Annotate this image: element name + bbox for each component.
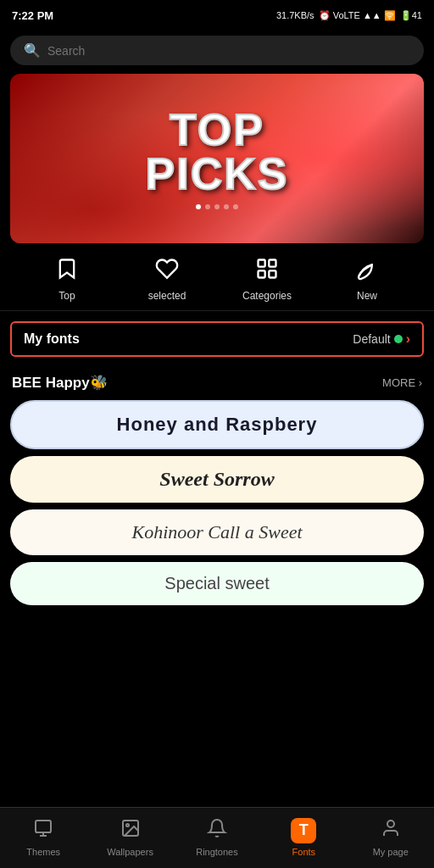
nav-item-top[interactable]: Top (37, 257, 97, 302)
font-card-4-text: Special sweet (164, 574, 269, 593)
banner-dots (196, 204, 238, 209)
banner-title: TOP PICKS (146, 108, 289, 196)
ringtones-icon (207, 818, 227, 843)
font-card-3-text: Kohinoor Call a Sweet (131, 521, 302, 543)
font-card-1[interactable]: Honey and Raspbery (10, 400, 424, 449)
bee-happy-more[interactable]: MORE › (382, 376, 422, 389)
my-fonts-default: Default (353, 332, 390, 346)
bookmark-icon (55, 257, 79, 287)
nav-icons: Top selected Categories (0, 243, 434, 311)
status-time: 7:22 PM (12, 9, 53, 22)
svg-rect-1 (269, 260, 275, 267)
tab-wallpapers-label: Wallpapers (107, 847, 153, 857)
default-status-dot (394, 335, 403, 343)
nav-label-new: New (357, 290, 377, 302)
grid-icon (255, 257, 279, 287)
tab-fonts[interactable]: T Fonts (270, 818, 337, 857)
font-card-2[interactable]: Sweet Sorrow (10, 456, 424, 503)
tab-themes-label: Themes (26, 847, 60, 857)
bottom-tab-bar: Themes Wallpapers Ringtones T Fonts (0, 807, 434, 868)
search-input[interactable] (47, 44, 410, 58)
bee-happy-section-header: BEE Happy🐝 MORE › (0, 367, 434, 400)
leaf-icon (355, 257, 379, 287)
tab-fonts-label: Fonts (292, 847, 316, 857)
tab-mypage-label: My page (373, 847, 409, 857)
themes-icon (33, 818, 53, 843)
font-card-3[interactable]: Kohinoor Call a Sweet (10, 509, 424, 555)
svg-rect-3 (269, 270, 275, 277)
network-speed: 31.7KB/s (276, 10, 314, 20)
nav-label-selected: selected (148, 290, 186, 302)
tab-ringtones[interactable]: Ringtones (183, 818, 251, 857)
tab-mypage[interactable]: My page (357, 818, 425, 857)
font-card-2-text: Sweet Sorrow (159, 468, 274, 491)
status-bar: 7:22 PM 31.7KB/s ⏰ VoLTE ▲▲ 🛜 🔋41 (0, 0, 434, 31)
svg-point-7 (387, 821, 394, 827)
my-fonts-chevron: › (406, 331, 410, 347)
tab-ringtones-label: Ringtones (196, 847, 238, 857)
mypage-icon (381, 818, 401, 843)
nav-item-new[interactable]: New (337, 257, 397, 302)
bee-happy-title: BEE Happy🐝 (12, 374, 108, 392)
search-icon: 🔍 (24, 42, 41, 58)
nav-item-categories[interactable]: Categories (237, 257, 297, 302)
my-fonts-row[interactable]: My fonts Default › (10, 321, 424, 357)
font-card-4[interactable]: Special sweet (10, 562, 424, 605)
battery-icon: 🔋41 (400, 10, 422, 21)
font-cards: Honey and Raspbery Sweet Sorrow Kohinoor… (0, 400, 434, 605)
my-fonts-status: Default › (353, 331, 410, 347)
svg-rect-0 (259, 260, 265, 267)
nav-label-top: Top (58, 290, 75, 302)
status-right: 31.7KB/s ⏰ VoLTE ▲▲ 🛜 🔋41 (276, 10, 422, 21)
svg-rect-4 (36, 821, 51, 832)
svg-rect-2 (259, 270, 265, 277)
banner: TOP PICKS (10, 74, 424, 243)
nav-label-categories: Categories (242, 290, 292, 302)
svg-point-6 (126, 824, 129, 826)
tab-themes[interactable]: Themes (9, 818, 77, 857)
search-bar[interactable]: 🔍 (10, 36, 424, 65)
tab-wallpapers[interactable]: Wallpapers (97, 818, 164, 857)
heart-icon (155, 257, 179, 287)
wallpapers-icon (120, 818, 141, 843)
status-icons: ⏰ VoLTE ▲▲ 🛜 (319, 10, 396, 21)
nav-item-selected[interactable]: selected (137, 257, 197, 302)
my-fonts-label: My fonts (24, 331, 80, 347)
fonts-active-icon: T (291, 818, 316, 843)
font-card-1-text: Honey and Raspbery (117, 414, 318, 436)
